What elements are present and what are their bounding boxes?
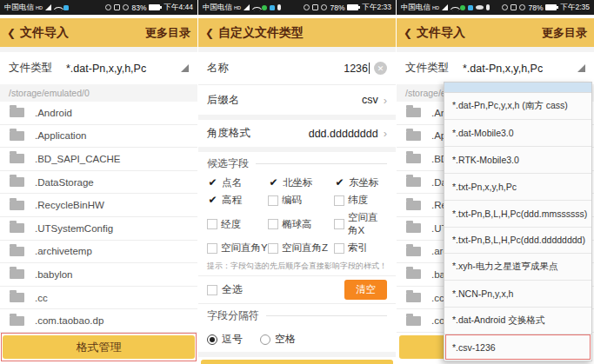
checkbox-checked-icon: ✔ [207, 195, 218, 206]
spinner-dropdown-icon[interactable] [577, 64, 585, 72]
checkbox-unchecked-icon [334, 243, 344, 254]
separator-section-title: 字段分隔符 [198, 304, 396, 326]
folder-name: .UTSystemConfig [35, 223, 113, 234]
signal-icon [442, 4, 448, 10]
chevron-right-icon: › [384, 94, 387, 107]
clear-input-icon[interactable]: ✕ [374, 62, 387, 75]
dropdown-item[interactable]: *.NCN-Pn,y,x,h [444, 281, 591, 308]
folder-icon [406, 108, 421, 117]
dropdown-item[interactable]: *.txt-Pn,B,L,H,Pc(ddd.mmssssss) [444, 201, 591, 228]
back-icon[interactable]: ❮ [404, 27, 412, 39]
folder-icon [10, 131, 24, 141]
dropdown-item[interactable]: *.dat-Android 交换格式 [444, 308, 591, 334]
clock-label: 下午2:33 [362, 3, 391, 13]
more-directories-button[interactable]: 更多目录 [145, 25, 190, 41]
microphone-icon [486, 4, 490, 10]
app-notification-icon [468, 5, 473, 10]
dropdown-partial-selected-item[interactable] [444, 83, 591, 93]
alarm-icon [312, 4, 318, 10]
name-value: 1236 [344, 63, 368, 75]
checkbox-checked-icon: ✔ [334, 177, 345, 189]
checkbox-label: 编码 [282, 194, 302, 207]
file-type-label: 文件类型 [405, 61, 449, 76]
green-status-dot-icon [460, 5, 465, 10]
suffix-value: csv [362, 94, 378, 106]
checkbox-ecef-x[interactable]: 空间直角X [334, 211, 387, 237]
panel-file-import-1: 中国电信HD 83% 下午4:44 ❮ 文件导入 更多目录 文件类型 *.dat… [0, 0, 197, 364]
back-icon[interactable]: ❮ [205, 27, 214, 39]
checkbox-longitude[interactable]: 经度 [207, 211, 268, 237]
spinner-dropdown-icon[interactable] [181, 64, 189, 72]
checkbox-unchecked-icon [334, 195, 344, 206]
suffix-field[interactable]: 后缀名 csv › [198, 85, 396, 115]
confirm-button[interactable]: 确定 [201, 360, 393, 364]
folder-row[interactable]: .babylon [0, 263, 197, 287]
section-title-text: 候选字段 [207, 156, 249, 171]
hd-volte-icon: HD [36, 5, 43, 10]
battery-percent: 78% [528, 3, 543, 12]
clock-label: 下午2:35 [560, 3, 590, 13]
dropdown-item[interactable]: *.dat-Mobile3.0 [444, 120, 591, 147]
clear-selection-button[interactable]: 清空 [344, 280, 387, 300]
select-all-label: 全选 [222, 282, 243, 297]
checkbox-label: 点名 [222, 176, 242, 189]
checkbox-index[interactable]: 索引 [334, 242, 387, 255]
folder-name: .BD_SAPI_CACHE [35, 154, 120, 164]
current-path: /storage/emulated/0 [0, 84, 197, 102]
angle-format-field[interactable]: 角度格式 ddd.dddddddd › [198, 120, 396, 147]
select-all-checkbox[interactable] [207, 285, 217, 295]
radio-comma[interactable]: 逗号 [207, 332, 243, 347]
dropdown-item-label: *.csv-1236 [452, 342, 496, 353]
file-type-selector[interactable]: 文件类型 *.dat-Pn,x,y,h,Pc [0, 52, 197, 84]
checkbox-north[interactable]: ✔北坐标 [268, 176, 334, 189]
back-icon[interactable]: ❮ [7, 27, 16, 39]
folder-row[interactable]: .Application [0, 125, 197, 149]
folder-row[interactable]: .archivetemp [0, 241, 197, 264]
wifi-icon [451, 3, 460, 13]
file-type-selector[interactable]: 文件类型 *.dat-Pn,x,y,h,Pc [397, 52, 594, 84]
folder-row[interactable]: .RecycleBinHW [0, 194, 197, 217]
folder-row[interactable]: .BD_SAPI_CACHE [0, 148, 197, 171]
checkbox-pointname[interactable]: ✔点名 [207, 176, 268, 189]
battery-percent: 83% [131, 3, 146, 12]
dropdown-item[interactable]: *.dat-Pn,Pc,y,x,h (南方 cass) [444, 93, 591, 120]
hd-volte-icon: HD [432, 5, 439, 10]
checkbox-east[interactable]: ✔东坐标 [334, 176, 387, 189]
dropdown-item-csv-1236[interactable]: *.csv-1236 [444, 334, 591, 361]
checkbox-code[interactable]: 编码 [268, 194, 334, 207]
checkbox-label: 东坐标 [349, 176, 379, 189]
folder-row[interactable]: .DataStorage [0, 171, 197, 195]
checkbox-label: 空间直角Z [282, 242, 328, 255]
microphone-icon [277, 4, 281, 10]
app-notification-icon [270, 5, 275, 10]
chevron-right-icon: › [384, 127, 387, 140]
folder-row[interactable]: .UTSystemConfig [0, 217, 197, 241]
checkbox-unchecked-icon [268, 243, 278, 254]
folder-row[interactable]: .Android [0, 102, 197, 125]
checkbox-unchecked-icon [207, 243, 217, 254]
checkbox-latitude[interactable]: 纬度 [334, 194, 387, 207]
folder-row[interactable]: .cc [0, 287, 197, 310]
dropdown-item[interactable]: *.txt-Pn,B,L,H,Pc(ddd.dddddddd) [444, 228, 591, 255]
dropdown-item[interactable]: *.txt-Pn,x,y,h,Pc [444, 174, 591, 201]
folder-name: .cc [35, 293, 48, 303]
dropdown-item[interactable]: *.xyh-电力之星道亨成果点 [444, 254, 591, 281]
format-manage-button[interactable]: 格式管理 [3, 335, 195, 359]
more-directories-button[interactable]: 更多目录 [542, 25, 587, 41]
checkbox-ecef-z[interactable]: 空间直角Z [268, 242, 334, 255]
eye-comfort-icon [502, 4, 508, 10]
folder-name: .Application [35, 130, 86, 141]
dropdown-item[interactable]: *.RTK-Mobile3.0 [444, 147, 591, 174]
folder-list: .Android .Application .BD_SAPI_CACHE .Da… [0, 102, 197, 333]
checkbox-elevation[interactable]: ✔高程 [207, 194, 268, 207]
radio-space[interactable]: 空格 [260, 332, 296, 347]
checkbox-ellipsoid-height[interactable]: 椭球高 [268, 211, 334, 237]
name-field[interactable]: 名称 1236 ✕ [198, 52, 396, 85]
folder-row[interactable]: .com.taobao.dp [0, 309, 197, 333]
folder-icon [10, 293, 24, 302]
radio-selected-icon [207, 334, 217, 345]
battery-icon [347, 4, 358, 10]
app-bar: ❮ 文件导入 更多目录 [397, 18, 594, 47]
checkbox-ecef-y[interactable]: 空间直角Y [207, 242, 268, 255]
folder-icon [406, 316, 421, 326]
